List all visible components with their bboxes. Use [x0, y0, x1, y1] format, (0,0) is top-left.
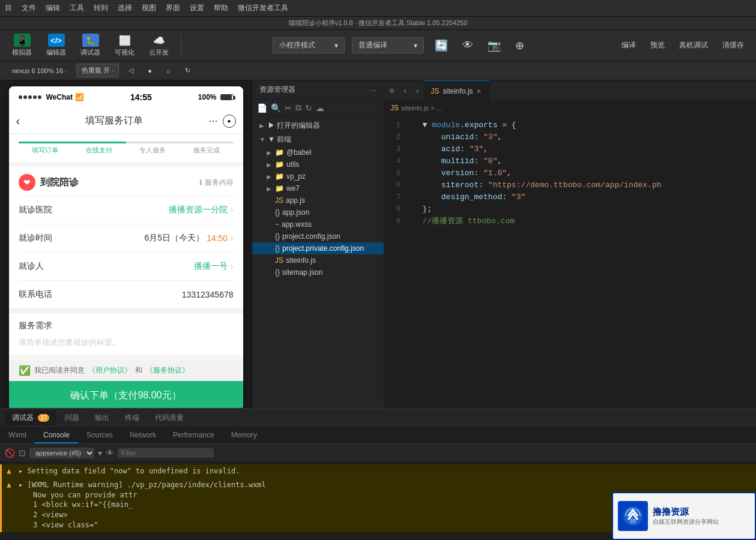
file-icon[interactable]: 📄	[257, 103, 267, 113]
back-nav-btn[interactable]: ◁	[124, 65, 138, 76]
compile-text-btn[interactable]: 编译	[617, 38, 641, 53]
console-tab[interactable]: Console	[35, 428, 78, 443]
device-info[interactable]: nexus 6 100% 16 ·	[7, 65, 71, 76]
menu-item-file[interactable]: 文件	[22, 3, 36, 13]
tab-close-icon[interactable]: ×	[477, 86, 482, 96]
editor-btn[interactable]: </> 编辑器	[41, 31, 71, 59]
filter-input[interactable]	[118, 448, 214, 458]
mode-select[interactable]: 小程序模式	[273, 37, 345, 53]
submit-button[interactable]: 确认下单（支付98.00元）	[9, 381, 243, 408]
stop-btn[interactable]: ●	[143, 65, 157, 76]
devtools-tab-terminal[interactable]: 终端	[118, 410, 147, 425]
camera-icon[interactable]: ●	[223, 115, 236, 128]
visual-btn[interactable]: ⬜ 可视化	[110, 31, 139, 59]
debugger-btn[interactable]: 🐛 调试器	[76, 31, 105, 59]
file-appjson[interactable]: {} app.json	[252, 206, 384, 218]
scissors-icon[interactable]: ✂	[285, 103, 292, 113]
top-icon[interactable]: ⊡	[19, 448, 26, 458]
rotate-btn[interactable]: ↻	[180, 65, 195, 76]
refresh-icon[interactable]: ↻	[305, 103, 312, 113]
console-text-1: ▸ Setting data field "now" to undefined …	[19, 466, 240, 476]
folder-we7[interactable]: ▶ 📁 we7	[252, 182, 384, 194]
menu-dots-icon[interactable]: ···	[208, 115, 217, 127]
clear-console-icon[interactable]: 🚫	[5, 448, 15, 458]
nav-back-icon[interactable]: ‹	[399, 86, 411, 95]
sources-tab[interactable]: Sources	[78, 428, 121, 443]
simulator-btn[interactable]: 📱 模拟器	[7, 31, 37, 59]
step-2-label: 在线支付	[72, 146, 126, 155]
wxml-tab[interactable]: Wxml	[0, 428, 35, 443]
warning-icon-1: ▲	[7, 466, 15, 475]
file-siteinfojs[interactable]: JS siteinfo.js	[252, 254, 384, 266]
back-button[interactable]: ‹	[16, 114, 20, 128]
preview-text-btn[interactable]: 预览	[646, 38, 670, 53]
file-sitemapjson[interactable]: {} sitemap.json	[252, 266, 384, 278]
menu-item-tools[interactable]: 工具	[70, 3, 84, 13]
dropdown-arrow-icon[interactable]: ▾	[98, 448, 102, 458]
hospital-row[interactable]: 就诊医院 播播资源一分院 ›	[19, 196, 234, 224]
devtools-tab-issues[interactable]: 问题	[58, 410, 86, 425]
devtools-tab-quality[interactable]: 代码质量	[148, 410, 191, 425]
time-text: 6月5日（今天）	[145, 233, 205, 244]
breadcrumb-icon[interactable]: ≡	[384, 86, 399, 95]
babel-arrow: ▶	[267, 149, 273, 156]
folder-utils[interactable]: ▶ 📁 utils	[252, 158, 384, 170]
menu-item-goto[interactable]: 转到	[94, 3, 108, 13]
service-content-btn[interactable]: ℹ 服务内容	[199, 178, 234, 188]
context-select[interactable]: appservice (#5)	[29, 448, 94, 458]
new-file-icon[interactable]: ···	[369, 85, 376, 95]
file-appjs[interactable]: JS app.js	[252, 194, 384, 206]
menu-item-select[interactable]: 选择	[118, 3, 132, 13]
refresh-btn[interactable]: 🔄	[431, 37, 452, 55]
file-projectprivate[interactable]: {} project.private.config.json	[252, 242, 384, 254]
patient-row[interactable]: 就诊人 播播一号 ›	[19, 252, 234, 280]
copy-icon[interactable]: ⧉	[295, 103, 301, 113]
section-icon: ❤	[19, 174, 35, 191]
devtools-tab-debugger[interactable]: 调试器 37	[5, 410, 56, 425]
real-text-btn[interactable]: 真机调试	[674, 38, 713, 53]
menu-item-edit[interactable]: 编辑	[46, 3, 60, 13]
menu-item-help[interactable]: 帮助	[214, 3, 228, 13]
tab-siteinfo[interactable]: JS siteinfo.js ×	[424, 80, 489, 101]
menu-item-view[interactable]: 视图	[142, 3, 156, 13]
eye-icon[interactable]: 👁	[106, 448, 114, 458]
menu-item-project[interactable]: 目	[5, 3, 12, 13]
code-content[interactable]: 1 2 3 4 5 6 7 8 9 ▼ module.exports = { u…	[384, 115, 756, 408]
more-btn[interactable]: ⊕	[512, 37, 528, 55]
step-line-2	[72, 142, 126, 143]
time-row[interactable]: 就诊时间 6月5日（今天） 14:50 ›	[19, 224, 234, 252]
cloud2-icon[interactable]: ☁	[316, 103, 324, 113]
hotreload-btn[interactable]: 热重载 开 ·	[76, 64, 119, 77]
memory-tab[interactable]: Memory	[223, 428, 265, 443]
service-demand-input[interactable]: 请简单描述您要就诊的科室..	[19, 337, 234, 348]
file-projectconfig[interactable]: {} project.config.json	[252, 230, 384, 242]
performance-tab[interactable]: Performance	[165, 428, 223, 443]
json-icon-project: {}	[275, 232, 280, 241]
devtools-tab-output[interactable]: 输出	[88, 410, 116, 425]
tab-js-icon: JS	[431, 87, 440, 95]
search-icon[interactable]: 🔍	[271, 103, 281, 113]
real-device-btn[interactable]: 📷	[484, 37, 504, 55]
cloud-btn[interactable]: ☁️ 云开发	[144, 31, 174, 59]
menu-item-devtools[interactable]: 微信开发者工具	[238, 3, 288, 13]
preview-eye-btn[interactable]: 👁	[459, 37, 477, 54]
siteinfojs-label: siteinfo.js	[286, 256, 316, 265]
network-tab[interactable]: Network	[121, 428, 165, 443]
menu-item-settings[interactable]: 设置	[190, 3, 204, 13]
section-frontend[interactable]: ▼ ▼ 前端	[252, 133, 384, 146]
section-open-editors[interactable]: ▶ ▶ 打开的编辑器	[252, 119, 384, 133]
agreement-link1[interactable]: 《用户协议》	[88, 365, 132, 376]
devtools-tabs: 调试器 37 问题 输出 终端 代码质量	[0, 409, 756, 428]
steps-bar	[9, 139, 243, 146]
nav-forward-icon[interactable]: ›	[411, 86, 424, 95]
battery-icon	[220, 94, 234, 100]
clear-btn[interactable]: 清缓存	[718, 38, 749, 53]
menu-item-interface[interactable]: 界面	[166, 3, 180, 13]
file-appwxss[interactable]: ~ app.wxss	[252, 218, 384, 230]
folder-babel[interactable]: ▶ 📁 @babel	[252, 146, 384, 158]
folder-vp-pz[interactable]: ▶ 📁 vp_pz	[252, 170, 384, 182]
compile-select[interactable]: 普通编译	[352, 37, 424, 53]
agreement-link2[interactable]: 《服务协议》	[146, 365, 189, 376]
explorer-title: 资源管理器	[259, 85, 295, 95]
home-btn[interactable]: ⌂	[162, 65, 175, 76]
